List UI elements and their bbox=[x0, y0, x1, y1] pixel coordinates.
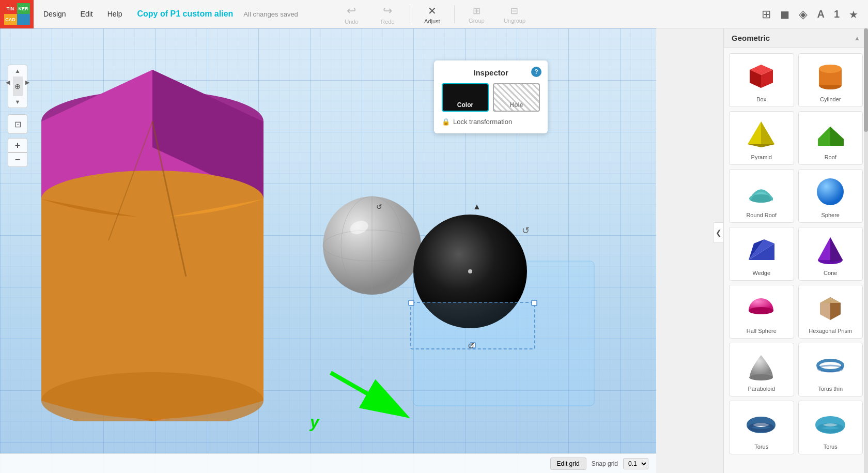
inspector-help-btn[interactable]: ? bbox=[531, 67, 541, 77]
nav-center[interactable]: ⊕ bbox=[13, 77, 23, 96]
torus2-icon bbox=[812, 405, 848, 441]
torus-thin-icon bbox=[812, 347, 848, 384]
group-button[interactable]: ⊞ Group bbox=[462, 3, 491, 26]
snap-grid-select[interactable]: 0.1 0.5 1 bbox=[623, 458, 648, 469]
undo-button[interactable]: ↩ Undo bbox=[337, 2, 366, 27]
svg-point-19 bbox=[468, 269, 472, 273]
inspector-title: Inspector bbox=[442, 68, 540, 77]
green-arrow bbox=[320, 362, 424, 426]
sidebar-scrollbar-thumb[interactable] bbox=[864, 28, 868, 132]
svg-point-33 bbox=[819, 65, 842, 73]
home-view-btn[interactable]: ⊡ bbox=[8, 114, 27, 134]
shape-sphere[interactable]: Sphere bbox=[798, 169, 863, 223]
shape-torus-thin[interactable]: Torus thin bbox=[798, 343, 863, 396]
selection-svg: ▲ ↺ bbox=[408, 204, 537, 354]
wedge-label: Wedge bbox=[752, 270, 770, 276]
svg-marker-36 bbox=[748, 144, 774, 147]
menu-help[interactable]: Help bbox=[100, 6, 130, 22]
iso-view-btn[interactable]: ◈ bbox=[797, 6, 810, 23]
shape-grid: Box Cylinder Pyramid bbox=[724, 48, 868, 460]
inspector-options: Color Hole bbox=[442, 83, 540, 112]
toolbar-sep-1 bbox=[410, 5, 410, 23]
sphere-label: Sphere bbox=[822, 212, 840, 218]
hex-prism-icon bbox=[812, 289, 848, 326]
nav-down[interactable]: ▼ bbox=[8, 96, 27, 108]
undo-icon: ↩ bbox=[347, 4, 356, 18]
logo-empty bbox=[17, 14, 30, 25]
sidebar-header: Geometric ▲ bbox=[724, 28, 868, 48]
left-controls: ▲ ◀ ⊕ ▶ ▼ ⊡ + − bbox=[8, 65, 27, 167]
shape-hex-prism[interactable]: Hexagonal Prism bbox=[798, 285, 863, 339]
sidebar-category-label: Geometric bbox=[732, 34, 770, 42]
logo[interactable]: TIN KER CAD bbox=[0, 0, 34, 28]
color-option-btn[interactable]: Color bbox=[442, 83, 489, 112]
zoom-in-btn[interactable]: + bbox=[8, 138, 27, 152]
logo-ker: KER bbox=[17, 3, 30, 14]
shape-roof[interactable]: Roof bbox=[798, 111, 863, 165]
big-object bbox=[41, 44, 264, 421]
wedge-icon bbox=[743, 232, 780, 268]
round-roof-icon bbox=[743, 174, 780, 210]
roof-icon bbox=[812, 116, 848, 152]
black-sphere-selected[interactable]: ▲ ↺ bbox=[408, 204, 537, 356]
shape-torus[interactable]: Torus bbox=[729, 401, 794, 454]
project-title[interactable]: Copy of P1 custom alien bbox=[137, 9, 234, 19]
num-1-btn[interactable]: 1 bbox=[832, 6, 842, 22]
nav-right[interactable]: ▶ bbox=[23, 77, 33, 88]
shape-cone[interactable]: Cone bbox=[798, 227, 863, 281]
redo-button[interactable]: ↪ Redo bbox=[374, 2, 402, 27]
half-sphere-icon bbox=[743, 289, 780, 326]
logo-cad: CAD bbox=[4, 14, 17, 25]
nav-up[interactable]: ▲ bbox=[8, 65, 27, 77]
menu-edit[interactable]: Edit bbox=[73, 6, 100, 22]
svg-marker-39 bbox=[830, 127, 844, 146]
toggle-sidebar-btn[interactable]: ❮ bbox=[713, 222, 723, 243]
right-sidebar: Geometric ▲ Box Cyli bbox=[723, 28, 868, 473]
ungroup-icon: ⊟ bbox=[510, 5, 518, 17]
star-btn[interactable]: ★ bbox=[847, 6, 860, 23]
shape-round-roof[interactable]: Round Roof bbox=[729, 169, 794, 223]
bottom-bar: Edit grid Snap grid 0.1 0.5 1 bbox=[0, 453, 656, 473]
edit-grid-btn[interactable]: Edit grid bbox=[550, 457, 586, 470]
canvas-area[interactable]: ↺ ▲ ↺ bbox=[0, 28, 656, 473]
shape-pyramid[interactable]: Pyramid bbox=[729, 111, 794, 165]
round-roof-label: Round Roof bbox=[746, 212, 777, 218]
svg-text:↺: ↺ bbox=[468, 342, 474, 350]
half-sphere-label: Half Sphere bbox=[747, 328, 777, 334]
text-a-btn[interactable]: A bbox=[815, 6, 826, 22]
svg-point-49 bbox=[749, 307, 773, 314]
nav-cluster: ▲ ◀ ⊕ ▶ ▼ bbox=[8, 65, 27, 108]
sidebar-scrollbar[interactable] bbox=[864, 28, 868, 473]
rotation-handle-right[interactable]: ↺ bbox=[522, 225, 530, 236]
adjust-button[interactable]: ✕ Adjust bbox=[418, 2, 446, 27]
shape-cylinder[interactable]: Cylinder bbox=[798, 53, 863, 107]
adjust-icon: ✕ bbox=[428, 5, 437, 17]
shape-half-sphere[interactable]: Half Sphere bbox=[729, 285, 794, 339]
hex-prism-label: Hexagonal Prism bbox=[809, 328, 852, 334]
menu-bar: Design Edit Help bbox=[36, 6, 130, 22]
svg-point-53 bbox=[749, 374, 773, 380]
inspector-panel: ? Inspector Color Hole 🔒 Lock transforma… bbox=[434, 60, 548, 133]
lock-label: Lock transformation bbox=[453, 118, 512, 126]
shape-paraboloid[interactable]: Paraboloid bbox=[729, 343, 794, 396]
sphere-icon bbox=[812, 174, 848, 210]
nav-left[interactable]: ◀ bbox=[3, 77, 13, 88]
color-label: Color bbox=[457, 101, 473, 109]
zoom-out-btn[interactable]: − bbox=[8, 152, 27, 167]
shape-wedge[interactable]: Wedge bbox=[729, 227, 794, 281]
hole-option-btn[interactable]: Hole bbox=[493, 83, 540, 112]
box-view-btn[interactable]: ◼ bbox=[778, 6, 792, 23]
menu-design[interactable]: Design bbox=[36, 6, 73, 22]
shape-torus2[interactable]: Torus bbox=[798, 401, 863, 454]
lock-transform-btn[interactable]: 🔒 Lock transformation bbox=[442, 118, 540, 126]
svg-marker-35 bbox=[761, 121, 774, 147]
zoom-cluster: + − bbox=[8, 138, 27, 167]
svg-point-42 bbox=[817, 178, 844, 205]
pyramid-label: Pyramid bbox=[751, 154, 772, 160]
ungroup-button[interactable]: ⊟ Ungroup bbox=[499, 3, 531, 26]
grid-view-btn[interactable]: ⊞ bbox=[760, 6, 773, 23]
shape-box[interactable]: Box bbox=[729, 53, 794, 107]
sidebar-expand-icon[interactable]: ▲ bbox=[854, 35, 860, 42]
svg-marker-38 bbox=[818, 127, 830, 146]
y-axis-label: y bbox=[310, 413, 319, 432]
